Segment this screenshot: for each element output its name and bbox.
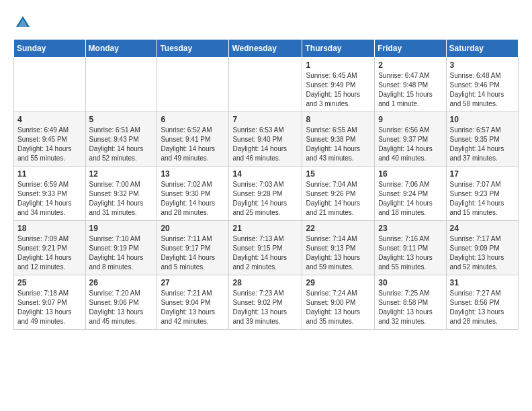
calendar-cell: 10Sunrise: 6:57 AM Sunset: 9:35 PM Dayli…: [446, 112, 518, 167]
day-info: Sunrise: 7:18 AM Sunset: 9:07 PM Dayligh…: [17, 289, 82, 326]
day-number: 27: [161, 278, 225, 287]
day-number: 5: [89, 115, 154, 124]
calendar-cell: 9Sunrise: 6:56 AM Sunset: 9:37 PM Daylig…: [375, 112, 446, 167]
day-number: 10: [450, 115, 515, 124]
calendar: SundayMondayTuesdayWednesdayThursdayFrid…: [13, 39, 519, 330]
day-info: Sunrise: 6:45 AM Sunset: 9:49 PM Dayligh…: [306, 71, 371, 109]
weekday-header: Wednesday: [229, 40, 302, 58]
day-number: 21: [232, 224, 298, 233]
day-info: Sunrise: 7:00 AM Sunset: 9:32 PM Dayligh…: [89, 180, 154, 218]
calendar-cell: 8Sunrise: 6:55 AM Sunset: 9:38 PM Daylig…: [302, 112, 375, 167]
day-number: 13: [161, 169, 225, 179]
calendar-week-row: 4Sunrise: 6:49 AM Sunset: 9:45 PM Daylig…: [14, 112, 519, 167]
calendar-cell: 23Sunrise: 7:16 AM Sunset: 9:11 PM Dayli…: [375, 221, 446, 275]
calendar-cell: 28Sunrise: 7:23 AM Sunset: 9:02 PM Dayli…: [229, 275, 302, 330]
day-number: 15: [306, 169, 371, 179]
day-number: 26: [89, 278, 154, 287]
day-info: Sunrise: 6:59 AM Sunset: 9:33 PM Dayligh…: [17, 180, 82, 218]
weekday-header: Sunday: [14, 40, 86, 58]
calendar-cell: 2Sunrise: 6:47 AM Sunset: 9:48 PM Daylig…: [375, 58, 446, 112]
day-number: 8: [306, 115, 371, 124]
day-info: Sunrise: 7:21 AM Sunset: 9:04 PM Dayligh…: [161, 289, 225, 326]
day-number: 12: [89, 169, 154, 179]
calendar-cell: 15Sunrise: 7:04 AM Sunset: 9:26 PM Dayli…: [302, 167, 375, 221]
day-number: 1: [306, 60, 371, 70]
day-number: 14: [232, 169, 298, 179]
day-number: 20: [161, 224, 225, 233]
calendar-cell: 25Sunrise: 7:18 AM Sunset: 9:07 PM Dayli…: [14, 275, 86, 330]
weekday-header: Monday: [85, 40, 157, 58]
weekday-header: Friday: [375, 40, 446, 58]
day-info: Sunrise: 7:11 AM Sunset: 9:17 PM Dayligh…: [161, 234, 225, 272]
day-info: Sunrise: 6:53 AM Sunset: 9:40 PM Dayligh…: [232, 126, 298, 163]
calendar-cell: 5Sunrise: 6:51 AM Sunset: 9:43 PM Daylig…: [85, 112, 157, 167]
day-info: Sunrise: 7:23 AM Sunset: 9:02 PM Dayligh…: [232, 289, 298, 326]
page-header: [13, 13, 519, 32]
day-info: Sunrise: 7:07 AM Sunset: 9:23 PM Dayligh…: [450, 180, 515, 218]
calendar-cell: 24Sunrise: 7:17 AM Sunset: 9:09 PM Dayli…: [446, 221, 518, 275]
day-info: Sunrise: 7:03 AM Sunset: 9:28 PM Dayligh…: [232, 180, 298, 218]
day-info: Sunrise: 6:56 AM Sunset: 9:37 PM Dayligh…: [378, 126, 442, 163]
logo-icon: [13, 13, 32, 32]
calendar-cell: 18Sunrise: 7:09 AM Sunset: 9:21 PM Dayli…: [14, 221, 86, 275]
calendar-cell: 11Sunrise: 6:59 AM Sunset: 9:33 PM Dayli…: [14, 167, 86, 221]
calendar-cell: 17Sunrise: 7:07 AM Sunset: 9:23 PM Dayli…: [446, 167, 518, 221]
day-info: Sunrise: 7:20 AM Sunset: 9:06 PM Dayligh…: [89, 289, 154, 326]
day-number: 19: [89, 224, 154, 233]
day-number: 28: [232, 278, 298, 287]
calendar-week-row: 11Sunrise: 6:59 AM Sunset: 9:33 PM Dayli…: [14, 167, 519, 221]
day-info: Sunrise: 6:55 AM Sunset: 9:38 PM Dayligh…: [306, 126, 371, 163]
calendar-cell: 3Sunrise: 6:48 AM Sunset: 9:46 PM Daylig…: [446, 58, 518, 112]
day-number: 17: [450, 169, 515, 179]
calendar-cell: 1Sunrise: 6:45 AM Sunset: 9:49 PM Daylig…: [302, 58, 375, 112]
day-info: Sunrise: 7:04 AM Sunset: 9:26 PM Dayligh…: [306, 180, 371, 218]
day-number: 11: [17, 169, 82, 179]
calendar-cell: 26Sunrise: 7:20 AM Sunset: 9:06 PM Dayli…: [85, 275, 157, 330]
day-info: Sunrise: 7:10 AM Sunset: 9:19 PM Dayligh…: [89, 234, 154, 272]
day-number: 6: [161, 115, 225, 124]
day-info: Sunrise: 7:14 AM Sunset: 9:13 PM Dayligh…: [306, 234, 371, 272]
calendar-week-row: 25Sunrise: 7:18 AM Sunset: 9:07 PM Dayli…: [14, 275, 519, 330]
calendar-week-row: 1Sunrise: 6:45 AM Sunset: 9:49 PM Daylig…: [14, 58, 519, 112]
day-info: Sunrise: 6:49 AM Sunset: 9:45 PM Dayligh…: [17, 126, 82, 163]
calendar-week-row: 18Sunrise: 7:09 AM Sunset: 9:21 PM Dayli…: [14, 221, 519, 275]
day-info: Sunrise: 7:16 AM Sunset: 9:11 PM Dayligh…: [378, 234, 442, 272]
day-number: 7: [232, 115, 298, 124]
calendar-cell: 31Sunrise: 7:27 AM Sunset: 8:56 PM Dayli…: [446, 275, 518, 330]
day-info: Sunrise: 7:17 AM Sunset: 9:09 PM Dayligh…: [450, 234, 515, 272]
day-number: 9: [378, 115, 442, 124]
day-info: Sunrise: 7:27 AM Sunset: 8:56 PM Dayligh…: [450, 289, 515, 326]
calendar-cell: 16Sunrise: 7:06 AM Sunset: 9:24 PM Dayli…: [375, 167, 446, 221]
calendar-cell: [229, 58, 302, 112]
calendar-cell: 29Sunrise: 7:24 AM Sunset: 9:00 PM Dayli…: [302, 275, 375, 330]
calendar-cell: [14, 58, 86, 112]
day-number: 23: [378, 224, 442, 233]
day-number: 24: [450, 224, 515, 233]
day-info: Sunrise: 7:24 AM Sunset: 9:00 PM Dayligh…: [306, 289, 371, 326]
day-number: 2: [378, 60, 442, 70]
calendar-cell: 22Sunrise: 7:14 AM Sunset: 9:13 PM Dayli…: [302, 221, 375, 275]
calendar-cell: 12Sunrise: 7:00 AM Sunset: 9:32 PM Dayli…: [85, 167, 157, 221]
calendar-cell: 21Sunrise: 7:13 AM Sunset: 9:15 PM Dayli…: [229, 221, 302, 275]
day-info: Sunrise: 7:06 AM Sunset: 9:24 PM Dayligh…: [378, 180, 442, 218]
day-number: 16: [378, 169, 442, 179]
calendar-cell: 14Sunrise: 7:03 AM Sunset: 9:28 PM Dayli…: [229, 167, 302, 221]
calendar-cell: 30Sunrise: 7:25 AM Sunset: 8:58 PM Dayli…: [375, 275, 446, 330]
day-number: 29: [306, 278, 371, 287]
day-number: 4: [17, 115, 82, 124]
calendar-cell: 19Sunrise: 7:10 AM Sunset: 9:19 PM Dayli…: [85, 221, 157, 275]
day-number: 30: [378, 278, 442, 287]
day-info: Sunrise: 6:51 AM Sunset: 9:43 PM Dayligh…: [89, 126, 154, 163]
weekday-header: Saturday: [446, 40, 518, 58]
weekday-header-row: SundayMondayTuesdayWednesdayThursdayFrid…: [14, 40, 519, 58]
calendar-cell: 20Sunrise: 7:11 AM Sunset: 9:17 PM Dayli…: [157, 221, 229, 275]
day-number: 18: [17, 224, 82, 233]
calendar-cell: 13Sunrise: 7:02 AM Sunset: 9:30 PM Dayli…: [157, 167, 229, 221]
day-number: 25: [17, 278, 82, 287]
calendar-cell: [85, 58, 157, 112]
calendar-cell: 4Sunrise: 6:49 AM Sunset: 9:45 PM Daylig…: [14, 112, 86, 167]
day-info: Sunrise: 7:13 AM Sunset: 9:15 PM Dayligh…: [232, 234, 298, 272]
day-number: 3: [450, 60, 515, 70]
logo: [13, 13, 35, 32]
day-info: Sunrise: 6:48 AM Sunset: 9:46 PM Dayligh…: [450, 71, 515, 109]
